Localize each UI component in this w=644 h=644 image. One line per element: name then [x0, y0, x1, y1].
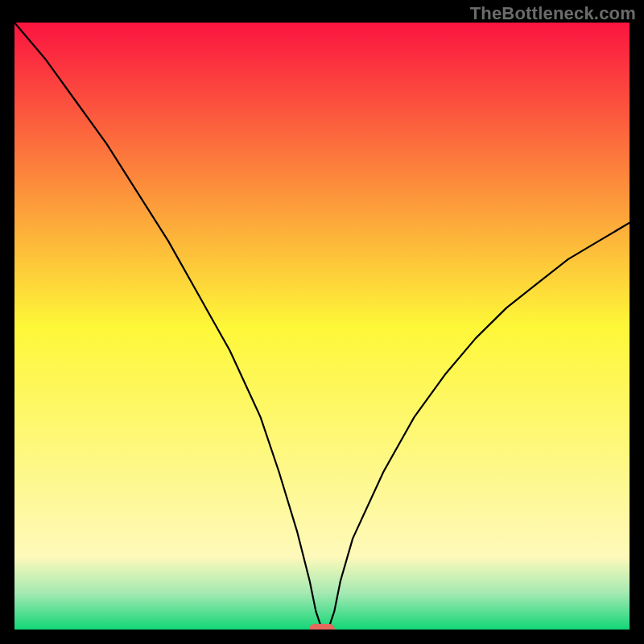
chart-svg	[14, 23, 630, 630]
plot-area	[14, 23, 630, 630]
gradient-background	[14, 23, 630, 630]
watermark-text: TheBottleneck.com	[470, 3, 636, 24]
optimal-point-marker	[309, 624, 335, 630]
chart-frame: TheBottleneck.com	[0, 0, 644, 644]
